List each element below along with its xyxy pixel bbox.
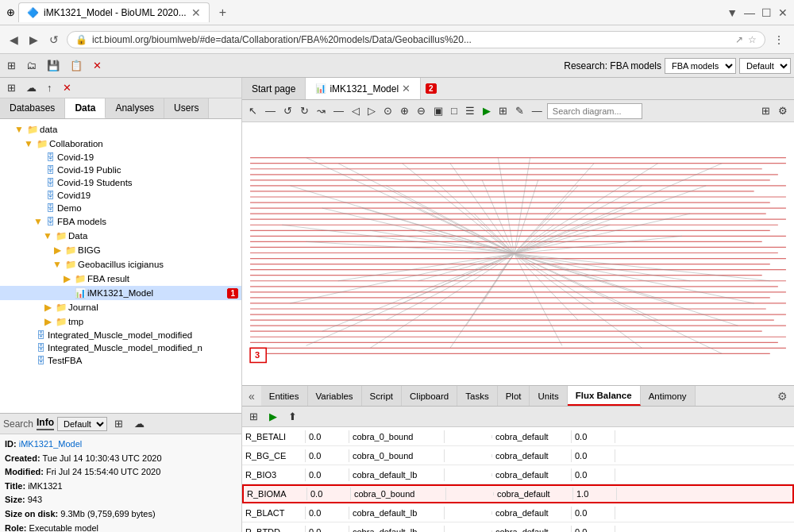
tab-units[interactable]: Units <box>530 386 567 406</box>
diag-btn-circle[interactable]: ⊙ <box>380 102 395 119</box>
menu-button[interactable]: ⋮ <box>770 32 788 48</box>
run-button[interactable]: ▶ <box>480 102 494 119</box>
bookmark-icon[interactable]: ☆ <box>748 34 757 45</box>
collapse-button[interactable]: « <box>242 387 261 405</box>
flux-row[interactable]: R_BTDD 0.0 cobra_default_lb cobra_defaul… <box>242 522 794 532</box>
diagram-area[interactable]: 3 <box>242 122 794 385</box>
back-button[interactable]: ◀ <box>6 32 21 48</box>
minimize-icon[interactable]: ▼ <box>727 6 738 19</box>
tree-item[interactable]: ▼ 📁 data <box>0 122 241 137</box>
tree-item[interactable]: ▼ 📁 Data <box>0 229 241 243</box>
settings-button[interactable]: ⚙ <box>771 387 794 405</box>
diag-btn-table[interactable]: ⊞ <box>495 102 511 119</box>
flux-row-highlighted[interactable]: R_BIOMA 0.0 cobra_0_bound cobra_default … <box>242 484 794 503</box>
flux-btn-export[interactable]: ⬆ <box>284 408 301 425</box>
tab-antimony[interactable]: Antimony <box>641 386 696 406</box>
diag-btn-square[interactable]: □ <box>448 102 461 119</box>
url-bar[interactable]: 🔒 ict.biouml.org/bioumlweb/#de=data/Coll… <box>67 31 765 48</box>
browser-tab[interactable]: 🔷 iMK1321_Model - BioUML 2020... ✕ <box>18 2 210 22</box>
app-btn-4[interactable]: 📋 <box>66 57 87 74</box>
tree-item[interactable]: 🗄 Demo <box>0 202 241 214</box>
diag-btn-plus[interactable]: ⊕ <box>397 102 412 119</box>
reload-button[interactable]: ↺ <box>46 32 62 48</box>
tree-item[interactable]: ▶ 📁 BIGG <box>0 243 241 257</box>
close-button[interactable]: ✕ <box>778 6 788 19</box>
edit-btn[interactable]: ✎ <box>512 102 527 119</box>
tree-item[interactable]: ▼ 📁 Collaboration <box>0 137 241 151</box>
bottom-default-select[interactable]: Default <box>57 417 107 431</box>
tab-analyses[interactable]: Analyses <box>106 98 164 118</box>
flux-row[interactable]: R_BLACT 0.0 cobra_default_lb cobra_defau… <box>242 503 794 522</box>
app-btn-5[interactable]: ✕ <box>89 57 106 74</box>
minimize-button[interactable]: — <box>744 6 755 19</box>
research-select[interactable]: FBA models <box>665 58 736 74</box>
app-btn-1[interactable]: ⊞ <box>3 57 20 74</box>
tree-item[interactable]: 🗄 Covid19 <box>0 189 241 202</box>
tree-item-selected[interactable]: 📊 iMK1321_Model 1 <box>0 286 241 300</box>
flux-row[interactable]: R_BG_CE 0.0 cobra_0_bound cobra_default … <box>242 446 794 465</box>
doc-tab-start[interactable]: Start page <box>242 78 306 99</box>
tab-data[interactable]: Data <box>65 98 106 118</box>
tree-item[interactable]: 🗄 Covid-19 Public <box>0 164 241 176</box>
diag-btn-fwd[interactable]: ▷ <box>364 102 379 119</box>
diagram-search-input[interactable] <box>547 103 642 119</box>
left-btn-2[interactable]: ☁ <box>22 79 40 96</box>
diag-btn-grid[interactable]: ▣ <box>430 102 446 119</box>
bottom-btn-1[interactable]: ⊞ <box>110 415 127 432</box>
diag-btn-list[interactable]: ☰ <box>462 102 478 119</box>
tree-item[interactable]: 🗄 Covid-19 <box>0 151 241 164</box>
tab-flux-balance[interactable]: Flux Balance <box>568 386 641 406</box>
diag-expand-btn[interactable]: ⊞ <box>758 102 773 119</box>
info-label[interactable]: Info <box>37 417 54 430</box>
flux-btn-run[interactable]: ▶ <box>265 408 281 425</box>
tab-entities[interactable]: Entities <box>261 386 308 406</box>
flux-btn-grid[interactable]: ⊞ <box>245 408 262 425</box>
diag-btn-back[interactable]: ◁ <box>349 102 363 119</box>
flux-row[interactable]: R_BETALI 0.0 cobra_0_bound cobra_default… <box>242 427 794 446</box>
new-tab-button[interactable]: + <box>213 2 233 23</box>
tab-variables[interactable]: Variables <box>308 386 362 406</box>
bottom-btn-2[interactable]: ☁ <box>130 415 148 432</box>
redo-btn[interactable]: ↻ <box>297 102 312 119</box>
tree-item[interactable]: ▼ 🗄 FBA models <box>0 214 241 229</box>
tab-tasks[interactable]: Tasks <box>457 386 497 406</box>
tab-databases[interactable]: Databases <box>0 98 65 118</box>
tree-item[interactable]: 🗄 Integrated_Muscle_model_modified_n <box>0 341 241 354</box>
tree-item[interactable]: 🗄 TestFBA <box>0 354 241 367</box>
tree-item[interactable]: ▶ 📁 Journal <box>0 300 241 314</box>
tree-item[interactable]: 🗄 Covid-19 Students <box>0 176 241 189</box>
flux-row[interactable]: R_BIO3 0.0 cobra_default_lb cobra_defaul… <box>242 465 794 484</box>
tree-item[interactable]: ▶ 📁 FBA result <box>0 272 241 286</box>
select-tool[interactable]: ↖ <box>245 102 260 119</box>
diag-btn-arrow[interactable]: ↝ <box>314 102 329 119</box>
left-btn-4[interactable]: ✕ <box>59 79 75 96</box>
restore-button[interactable]: ☐ <box>761 6 772 19</box>
diag-btn-minus[interactable]: — <box>262 102 279 119</box>
app-btn-2[interactable]: 🗂 <box>22 57 40 74</box>
flux-bound: cobra_default_lb <box>349 507 445 519</box>
diag-settings-btn[interactable]: ⚙ <box>775 102 791 119</box>
title-value: iMK1321 <box>28 481 62 491</box>
share-icon[interactable]: ↗ <box>735 34 743 45</box>
default-select[interactable]: Default <box>739 58 791 74</box>
tab-script[interactable]: Script <box>362 386 402 406</box>
left-btn-1[interactable]: ⊞ <box>3 79 20 96</box>
tree-label: Covid19 <box>57 191 238 200</box>
undo-btn[interactable]: ↺ <box>280 102 295 119</box>
browser-tab-close[interactable]: ✕ <box>191 6 201 19</box>
doc-tab-close[interactable]: ✕ <box>402 83 410 94</box>
id-link[interactable]: iMK1321_Model <box>19 439 83 449</box>
search-label[interactable]: Search <box>3 418 33 430</box>
tree-item[interactable]: ▶ 📁 tmp <box>0 314 241 329</box>
diag-btn-sep[interactable]: — <box>330 102 347 119</box>
tree-item[interactable]: 🗄 Integrated_Muscle_model_modified <box>0 329 241 341</box>
app-btn-3[interactable]: 💾 <box>43 57 64 74</box>
tree-item[interactable]: ▼ 📁 Geobacillus icigianus <box>0 257 241 272</box>
left-btn-3[interactable]: ↑ <box>43 79 56 96</box>
tab-users[interactable]: Users <box>164 98 209 118</box>
tab-plot[interactable]: Plot <box>498 386 530 406</box>
tab-clipboard[interactable]: Clipboard <box>402 386 457 406</box>
doc-tab-model[interactable]: 📊 iMK1321_Model ✕ <box>306 78 421 99</box>
forward-button[interactable]: ▶ <box>26 32 41 48</box>
diag-btn-minus2[interactable]: ⊖ <box>414 102 429 119</box>
